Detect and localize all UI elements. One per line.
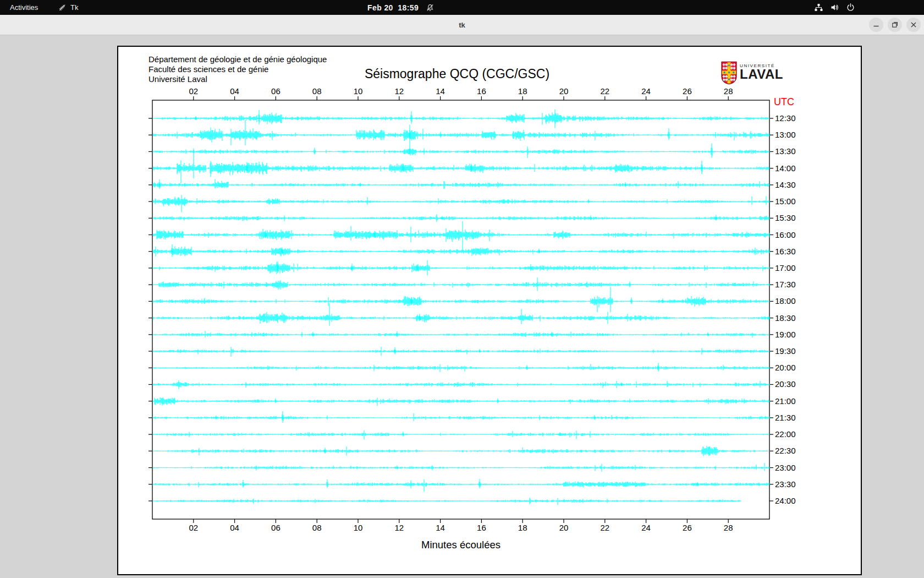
seismo-trace-21:00: [153, 397, 769, 406]
trace-time-label: 18:30: [775, 313, 796, 323]
x-tick-label-top: 22: [600, 86, 609, 96]
activities-label: Activities: [10, 3, 38, 12]
activities-button[interactable]: Activities: [10, 0, 38, 15]
x-tick-label-top: 02: [189, 86, 198, 96]
utc-label: UTC: [774, 96, 794, 107]
trace-time-label: 14:30: [775, 180, 796, 189]
seismo-trace-18:00: [153, 287, 769, 312]
app-menu-label: Tk: [70, 3, 78, 12]
notifications-disabled-icon: [426, 3, 435, 12]
x-tick-label-bottom: 22: [600, 523, 609, 532]
trace-time-label: 15:30: [775, 213, 796, 222]
volume-icon: [830, 3, 839, 12]
seismo-trace-17:30: [153, 277, 769, 291]
x-tick-label-top: 12: [394, 86, 404, 96]
seismo-trace-22:00: [153, 430, 769, 440]
seismo-trace-17:00: [153, 260, 769, 275]
system-status-area[interactable]: [814, 0, 855, 15]
trace-time-label: 19:00: [775, 330, 796, 339]
x-tick-label-top: 04: [230, 86, 239, 96]
seismo-trace-16:00: [153, 221, 769, 250]
x-tick-label-top: 14: [436, 86, 445, 96]
gnome-top-bar: Activities Tk Feb 20 18:59: [0, 0, 924, 15]
trace-time-label: 23:30: [775, 479, 796, 489]
trace-time-label: 15:00: [775, 197, 796, 206]
x-tick-label-top: 24: [641, 86, 651, 96]
seismo-trace-23:30: [153, 479, 769, 492]
x-tick-label-top: 06: [271, 86, 280, 96]
seismo-trace-22:30: [153, 446, 769, 456]
x-tick-label-bottom: 14: [436, 523, 445, 532]
x-axis-title: Minutes écoulées: [421, 539, 501, 550]
trace-time-label: 17:30: [775, 280, 796, 289]
trace-time-label: 20:30: [775, 379, 796, 389]
trace-time-label: 22:00: [775, 429, 796, 439]
x-tick-label-top: 28: [724, 86, 733, 96]
x-tick-label-bottom: 18: [518, 523, 527, 532]
trace-time-label: 16:00: [775, 230, 796, 239]
x-tick-label-top: 16: [477, 86, 486, 96]
trace-time-label: 19:30: [775, 346, 796, 356]
x-tick-label-bottom: 10: [354, 523, 363, 532]
maximize-button[interactable]: [888, 18, 902, 32]
seismo-trace-15:00: [153, 195, 769, 212]
seismo-trace-21:30: [153, 411, 769, 423]
x-tick-label-bottom: 16: [477, 523, 486, 532]
seismo-trace-14:30: [153, 179, 769, 189]
seismo-trace-20:00: [153, 363, 769, 372]
close-button[interactable]: [906, 18, 921, 32]
trace-time-label: 14:00: [775, 163, 796, 173]
seismo-trace-13:30: [153, 143, 769, 157]
clock-menu[interactable]: Feb 20 18:59: [367, 0, 435, 15]
x-tick-label-bottom: 02: [189, 523, 198, 532]
seismo-trace-13:00: [153, 119, 769, 153]
seismo-trace-16:30: [153, 244, 769, 257]
x-tick-label-bottom: 20: [559, 523, 569, 532]
window-titlebar[interactable]: tk: [0, 15, 924, 35]
seismo-trace-24:00: [153, 498, 741, 505]
power-icon: [846, 3, 855, 12]
plot-frame: [152, 100, 769, 519]
tk-feather-icon: [58, 3, 67, 12]
x-tick-label-top: 08: [312, 86, 322, 96]
seismograph-canvas: Département de géologie et de génie géol…: [117, 46, 862, 575]
trace-time-label: 13:00: [775, 130, 796, 139]
trace-time-label: 24:00: [775, 496, 796, 505]
seismo-trace-14:00: [153, 148, 769, 183]
trace-time-label: 17:00: [775, 263, 796, 272]
seismograph-plot: 0202040406060808101012121414161618182020…: [118, 47, 861, 574]
x-tick-label-top: 20: [559, 86, 569, 96]
seismo-trace-18:30: [153, 303, 769, 326]
seismo-trace-20:30: [153, 380, 769, 389]
trace-time-label: 16:30: [775, 247, 796, 256]
x-tick-label-top: 18: [518, 86, 527, 96]
seismo-trace-23:00: [153, 463, 769, 472]
x-tick-label-bottom: 06: [271, 523, 280, 532]
trace-time-label: 23:00: [775, 463, 796, 472]
trace-time-label: 21:30: [775, 413, 796, 422]
x-tick-label-bottom: 26: [683, 523, 692, 532]
x-tick-label-bottom: 28: [724, 523, 733, 532]
network-icon: [814, 3, 823, 12]
x-tick-label-bottom: 04: [230, 523, 239, 532]
window-title: tk: [0, 15, 924, 35]
seismo-trace-19:30: [153, 347, 769, 357]
trace-time-label: 22:30: [775, 446, 796, 455]
clock-label: Feb 20 18:59: [367, 3, 419, 12]
x-tick-label-bottom: 24: [641, 523, 651, 532]
trace-time-label: 20:00: [775, 363, 796, 372]
x-tick-label-top: 10: [354, 86, 363, 96]
trace-time-label: 13:30: [775, 146, 796, 156]
minimize-button[interactable]: [869, 18, 883, 32]
seismo-trace-15:30: [153, 214, 769, 222]
trace-time-label: 12:30: [775, 113, 796, 123]
app-menu-tk[interactable]: Tk: [58, 0, 78, 15]
trace-time-label: 18:00: [775, 296, 796, 306]
seismo-trace-19:00: [153, 331, 769, 338]
x-tick-label-bottom: 08: [312, 523, 322, 532]
trace-time-label: 21:00: [775, 396, 796, 406]
x-tick-label-top: 26: [683, 86, 692, 96]
x-tick-label-bottom: 12: [394, 523, 404, 532]
